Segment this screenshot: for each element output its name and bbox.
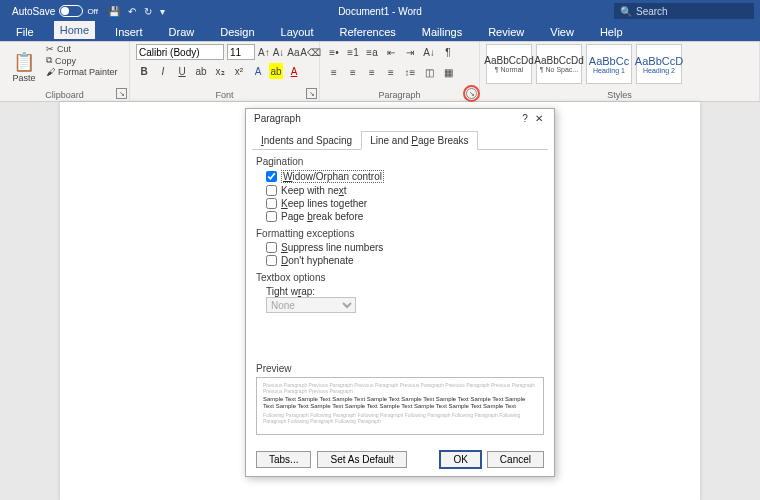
shrink-font-icon[interactable]: A↓ xyxy=(273,44,285,60)
toggle-switch-icon xyxy=(59,5,83,17)
tab-insert[interactable]: Insert xyxy=(109,23,149,41)
paragraph-dialog: Paragraph ? ✕ IIndents and Spacingndents… xyxy=(245,108,555,477)
suppress-line-numbers-checkbox[interactable]: Suppress line numbers xyxy=(266,242,544,253)
copy-icon: ⧉ xyxy=(46,55,52,66)
redo-icon[interactable]: ↻ xyxy=(144,6,152,17)
bold-icon[interactable]: B xyxy=(136,63,152,79)
italic-icon[interactable]: I xyxy=(155,63,171,79)
widow-orphan-checkbox[interactable]: Widow/Orphan control xyxy=(266,170,544,183)
font-name-select[interactable] xyxy=(136,44,224,60)
shading-icon[interactable]: ◫ xyxy=(421,64,437,80)
brush-icon: 🖌 xyxy=(46,67,55,77)
paste-button[interactable]: 📋 Paste xyxy=(6,44,42,90)
dialog-tab-indents[interactable]: IIndents and Spacingndents and Spacing xyxy=(252,131,361,150)
tab-view[interactable]: View xyxy=(544,23,580,41)
ribbon-tabs: File Home Insert Draw Design Layout Refe… xyxy=(0,22,760,42)
tab-file[interactable]: File xyxy=(10,23,40,41)
format-painter-button[interactable]: 🖌Format Painter xyxy=(46,67,118,77)
search-placeholder: Search xyxy=(636,6,668,17)
preview-box: Previous Paragraph Previous Paragraph Pr… xyxy=(256,377,544,435)
group-label: Font xyxy=(136,90,313,101)
change-case-icon[interactable]: Aa xyxy=(287,44,299,60)
keep-with-next-checkbox[interactable]: Keep with next xyxy=(266,185,544,196)
cancel-button[interactable]: Cancel xyxy=(487,451,544,468)
cut-button[interactable]: ✂Cut xyxy=(46,44,118,54)
align-right-icon[interactable]: ≡ xyxy=(364,64,380,80)
dont-hyphenate-checkbox[interactable]: Don't hyphenate xyxy=(266,255,544,266)
ok-button[interactable]: OK xyxy=(440,451,480,468)
tab-references[interactable]: References xyxy=(334,23,402,41)
autosave-state: Off xyxy=(87,7,98,16)
clipboard-launcher-icon[interactable]: ↘ xyxy=(116,88,127,99)
document-title: Document1 - Word xyxy=(338,6,422,17)
strike-icon[interactable]: ab xyxy=(193,63,209,79)
save-icon[interactable]: 💾 xyxy=(108,6,120,17)
tab-design[interactable]: Design xyxy=(214,23,260,41)
tab-draw[interactable]: Draw xyxy=(163,23,201,41)
multilevel-icon[interactable]: ≡a xyxy=(364,44,380,60)
tab-home[interactable]: Home xyxy=(54,21,95,41)
tabs-button[interactable]: Tabs... xyxy=(256,451,311,468)
set-default-button[interactable]: Set As Default xyxy=(317,451,406,468)
group-label: Styles xyxy=(486,90,753,101)
autosave-toggle[interactable]: AutoSave Off xyxy=(12,5,98,17)
dialog-title: Paragraph xyxy=(254,113,518,124)
clear-format-icon[interactable]: A⌫ xyxy=(303,44,319,60)
show-marks-icon[interactable]: ¶ xyxy=(440,44,456,60)
undo-icon[interactable]: ↶ xyxy=(128,6,136,17)
tab-mailings[interactable]: Mailings xyxy=(416,23,468,41)
superscript-icon[interactable]: x² xyxy=(231,63,247,79)
underline-icon[interactable]: U xyxy=(174,63,190,79)
bullets-icon[interactable]: ≡• xyxy=(326,44,342,60)
group-font: A↑ A↓ Aa A⌫ B I U ab x₂ x² A ab A Font ↘ xyxy=(130,42,320,101)
help-icon[interactable]: ? xyxy=(518,113,532,124)
group-label: Paragraph xyxy=(326,90,473,101)
tab-help[interactable]: Help xyxy=(594,23,629,41)
textbox-header: Textbox options xyxy=(256,272,544,283)
preview-header: Preview xyxy=(256,363,544,374)
borders-icon[interactable]: ▦ xyxy=(440,64,456,80)
increase-indent-icon[interactable]: ⇥ xyxy=(402,44,418,60)
dialog-tab-breaks[interactable]: Line and Page Breaks xyxy=(361,131,477,150)
paste-label: Paste xyxy=(12,73,35,83)
tab-layout[interactable]: Layout xyxy=(275,23,320,41)
font-color-icon[interactable]: A xyxy=(286,63,302,79)
font-size-select[interactable] xyxy=(227,44,255,60)
subscript-icon[interactable]: x₂ xyxy=(212,63,228,79)
decrease-indent-icon[interactable]: ⇤ xyxy=(383,44,399,60)
tight-wrap-select[interactable]: None xyxy=(266,297,356,313)
copy-button[interactable]: ⧉Copy xyxy=(46,55,118,66)
line-spacing-icon[interactable]: ↕≡ xyxy=(402,64,418,80)
tab-review[interactable]: Review xyxy=(482,23,530,41)
title-bar: AutoSave Off 💾 ↶ ↻ ▾ Document1 - Word 🔍 … xyxy=(0,0,760,22)
highlight-icon[interactable]: ab xyxy=(269,63,283,79)
search-icon: 🔍 xyxy=(620,6,632,17)
font-launcher-icon[interactable]: ↘ xyxy=(306,88,317,99)
cut-icon: ✂ xyxy=(46,44,54,54)
style-heading1[interactable]: AaBbCcHeading 1 xyxy=(586,44,632,84)
quick-access-toolbar: 💾 ↶ ↻ ▾ xyxy=(108,6,165,17)
autosave-label: AutoSave xyxy=(12,6,55,17)
tight-wrap-label: Tight wrap: xyxy=(266,286,315,297)
style-nospacing[interactable]: AaBbCcDd¶ No Spac... xyxy=(536,44,582,84)
page-break-checkbox[interactable]: Page break before xyxy=(266,211,544,222)
align-center-icon[interactable]: ≡ xyxy=(345,64,361,80)
style-heading2[interactable]: AaBbCcDHeading 2 xyxy=(636,44,682,84)
close-icon[interactable]: ✕ xyxy=(532,113,546,124)
group-clipboard: 📋 Paste ✂Cut ⧉Copy 🖌Format Painter Clipb… xyxy=(0,42,130,101)
formatting-header: Formatting exceptions xyxy=(256,228,544,239)
search-box[interactable]: 🔍 Search xyxy=(614,3,754,19)
text-effects-icon[interactable]: A xyxy=(250,63,266,79)
style-normal[interactable]: AaBbCcDd¶ Normal xyxy=(486,44,532,84)
numbering-icon[interactable]: ≡1 xyxy=(345,44,361,60)
grow-font-icon[interactable]: A↑ xyxy=(258,44,270,60)
sort-icon[interactable]: A↓ xyxy=(421,44,437,60)
paste-icon: 📋 xyxy=(13,51,35,73)
justify-icon[interactable]: ≡ xyxy=(383,64,399,80)
group-paragraph: ≡• ≡1 ≡a ⇤ ⇥ A↓ ¶ ≡ ≡ ≡ ≡ ↕≡ ◫ ▦ Paragra… xyxy=(320,42,480,101)
align-left-icon[interactable]: ≡ xyxy=(326,64,342,80)
keep-lines-checkbox[interactable]: Keep lines together xyxy=(266,198,544,209)
paragraph-launcher-icon[interactable]: ↘ xyxy=(466,88,477,99)
qat-dropdown-icon[interactable]: ▾ xyxy=(160,6,165,17)
ribbon: 📋 Paste ✂Cut ⧉Copy 🖌Format Painter Clipb… xyxy=(0,42,760,102)
